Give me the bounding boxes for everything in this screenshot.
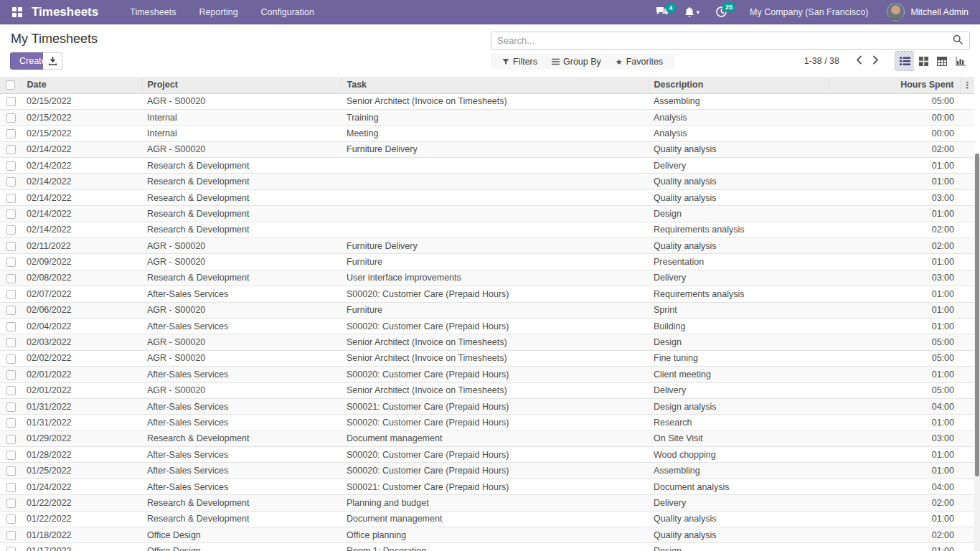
table-row[interactable]: 01/31/2022 After-Sales Services S00020: … xyxy=(0,415,974,430)
row-checkbox[interactable] xyxy=(6,547,16,551)
pager-value[interactable]: 1-38 / 38 xyxy=(804,56,839,66)
cell-project: After-Sales Services xyxy=(142,463,341,479)
pager-next-button[interactable] xyxy=(867,52,884,70)
notifications-button[interactable]: ▾ xyxy=(678,2,707,22)
select-all-checkbox[interactable] xyxy=(6,80,15,90)
row-checkbox[interactable] xyxy=(6,531,16,540)
optional-columns-button[interactable]: ⋮ xyxy=(960,77,974,93)
table-row[interactable]: 01/28/2022 After-Sales Services S00020: … xyxy=(0,447,974,463)
table-row[interactable]: 02/01/2022 After-Sales Services S00020: … xyxy=(0,367,974,382)
table-row[interactable]: 01/22/2022 Research & Development Planni… xyxy=(0,495,974,511)
menu-item-timesheets[interactable]: Timesheets xyxy=(120,1,186,24)
table-row[interactable]: 02/15/2022 Internal Training Analysis 00… xyxy=(0,109,974,125)
row-checkbox[interactable] xyxy=(6,274,16,283)
search-input[interactable] xyxy=(491,35,946,46)
cell-hours: 01:00 xyxy=(829,318,960,334)
table-row[interactable]: 02/14/2022 Research & Development Delive… xyxy=(0,158,974,174)
column-header-hours[interactable]: Hours Spent xyxy=(829,77,960,93)
table-row[interactable]: 01/29/2022 Research & Development Docume… xyxy=(0,430,974,446)
row-checkbox[interactable] xyxy=(6,386,16,395)
row-checkbox[interactable] xyxy=(6,499,16,508)
view-list-button[interactable] xyxy=(895,52,914,70)
table-row[interactable]: 02/09/2022 AGR - S00020 Furniture Presen… xyxy=(0,254,974,270)
row-checkbox[interactable] xyxy=(6,194,16,203)
row-checkbox[interactable] xyxy=(6,97,16,106)
table-row[interactable]: 01/24/2022 After-Sales Services S00021: … xyxy=(0,479,974,494)
table-row[interactable]: 02/08/2022 Research & Development User i… xyxy=(0,270,974,286)
table-row[interactable]: 01/25/2022 After-Sales Services S00020: … xyxy=(0,463,974,479)
table-row[interactable]: 02/14/2022 Research & Development Qualit… xyxy=(0,189,974,205)
table-row[interactable]: 01/22/2022 Research & Development Docume… xyxy=(0,511,974,527)
column-header-project[interactable]: Project xyxy=(142,77,341,93)
export-button[interactable] xyxy=(43,52,62,70)
table-row[interactable]: 01/18/2022 Office Design Office planning… xyxy=(0,527,974,543)
activities-button[interactable]: 25 xyxy=(709,1,734,22)
table-row[interactable]: 02/14/2022 Research & Development Qualit… xyxy=(0,174,974,189)
table-row[interactable]: 02/15/2022 Internal Meeting Analysis 00:… xyxy=(0,126,974,141)
table-row[interactable]: 02/03/2022 AGR - S00020 Senior Architect… xyxy=(0,334,974,350)
row-checkbox[interactable] xyxy=(6,466,16,476)
search-button[interactable] xyxy=(946,34,969,47)
filters-button[interactable]: Filters xyxy=(495,55,545,68)
table-row[interactable]: 02/15/2022 AGR - S00020 Senior Architect… xyxy=(0,93,974,109)
group-by-button[interactable]: Group By xyxy=(545,55,608,68)
row-checkbox[interactable] xyxy=(6,113,16,123)
pager-previous-button[interactable] xyxy=(851,52,867,70)
cell-date: 01/31/2022 xyxy=(22,415,142,430)
row-checkbox[interactable] xyxy=(6,402,16,412)
graph-view-icon xyxy=(956,57,966,66)
table-row[interactable]: 02/04/2022 After-Sales Services S00020: … xyxy=(0,318,974,334)
row-checkbox[interactable] xyxy=(6,370,16,380)
table-row[interactable]: 02/06/2022 AGR - S00020 Furniture Sprint… xyxy=(0,302,974,318)
company-switcher[interactable]: My Company (San Francisco) xyxy=(737,7,884,17)
menu-item-configuration[interactable]: Configuration xyxy=(251,1,324,24)
scrollbar-thumb[interactable] xyxy=(975,154,979,476)
view-graph-button[interactable] xyxy=(951,52,970,70)
row-checkbox[interactable] xyxy=(6,418,16,428)
favorites-button[interactable]: ★ Favorites xyxy=(608,55,670,68)
row-checkbox[interactable] xyxy=(6,290,16,299)
table-row[interactable]: 02/01/2022 AGR - S00020 Senior Architect… xyxy=(0,382,974,398)
row-checkbox[interactable] xyxy=(6,258,16,267)
cell-date: 02/14/2022 xyxy=(22,158,142,174)
view-pivot-button[interactable] xyxy=(933,52,951,70)
row-checkbox[interactable] xyxy=(6,322,16,331)
user-menu[interactable]: Mitchell Admin xyxy=(887,3,973,21)
filter-funnel-icon xyxy=(502,58,509,65)
messages-button[interactable]: 4 xyxy=(649,2,675,22)
row-checkbox[interactable] xyxy=(6,225,16,235)
table-row[interactable]: 02/07/2022 After-Sales Services S00020: … xyxy=(0,286,974,302)
table-row[interactable]: 02/14/2022 AGR - S00020 Furniture Delive… xyxy=(0,141,974,157)
row-checkbox[interactable] xyxy=(6,242,16,251)
cell-project: AGR - S00020 xyxy=(142,334,341,350)
menu-item-reporting[interactable]: Reporting xyxy=(189,1,248,24)
app-brand[interactable]: Timesheets xyxy=(32,5,98,19)
row-checkbox[interactable] xyxy=(6,145,16,154)
row-checkbox[interactable] xyxy=(6,177,16,187)
row-checkbox[interactable] xyxy=(6,483,16,492)
apps-menu-button[interactable] xyxy=(9,4,26,21)
column-header-task[interactable]: Task xyxy=(341,77,649,93)
row-checkbox[interactable] xyxy=(6,338,16,347)
row-checkbox[interactable] xyxy=(6,209,16,219)
row-checkbox[interactable] xyxy=(6,129,16,138)
row-checkbox[interactable] xyxy=(6,451,16,460)
avatar xyxy=(887,3,905,21)
row-checkbox[interactable] xyxy=(6,161,16,171)
table-row[interactable]: 01/31/2022 After-Sales Services S00021: … xyxy=(0,398,974,414)
table-row[interactable]: 02/11/2022 AGR - S00020 Furniture Delive… xyxy=(0,238,974,254)
row-checkbox[interactable] xyxy=(6,354,16,364)
view-kanban-button[interactable] xyxy=(914,52,933,70)
cell-description: On Site Visit xyxy=(649,430,829,446)
table-row[interactable]: 02/14/2022 Research & Development Design… xyxy=(0,206,974,222)
cell-task: S00020: Customer Care (Prepaid Hours) xyxy=(341,318,649,334)
table-row[interactable]: 01/17/2022 Office Design Room 1: Decorat… xyxy=(0,543,974,551)
row-checkbox[interactable] xyxy=(6,306,16,315)
column-header-date[interactable]: Date xyxy=(22,77,142,93)
row-checkbox[interactable] xyxy=(6,514,16,524)
column-header-description[interactable]: Description xyxy=(649,77,829,93)
vertical-scrollbar[interactable] xyxy=(974,154,980,551)
table-row[interactable]: 02/14/2022 Research & Development Requir… xyxy=(0,222,974,237)
table-row[interactable]: 02/02/2022 AGR - S00020 Senior Architect… xyxy=(0,350,974,366)
row-checkbox[interactable] xyxy=(6,435,16,444)
